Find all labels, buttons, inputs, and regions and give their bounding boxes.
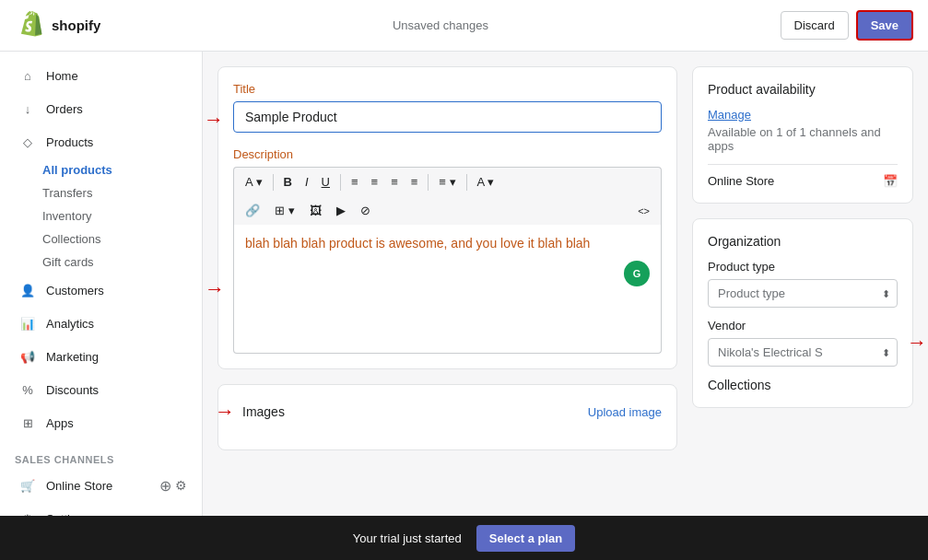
- sidebar: ⌂ Home ↓ Orders ◇ Products All products …: [0, 52, 203, 516]
- images-card-header: → Images Upload image: [233, 400, 662, 424]
- editor-text: blah blah blah product is awesome, and y…: [245, 234, 650, 253]
- right-sidebar: Product availability Manage Available on…: [692, 66, 913, 501]
- customers-icon: 👤: [18, 281, 37, 299]
- sidebar-item-marketing[interactable]: 📢 Marketing: [4, 340, 198, 373]
- toolbar-video-btn[interactable]: ▶: [331, 200, 351, 221]
- products-icon: ◇: [18, 133, 37, 151]
- images-title: Images: [242, 404, 285, 419]
- product-type-select[interactable]: Product type: [708, 279, 898, 308]
- toolbar-divider-3: [428, 174, 429, 191]
- analytics-label: Analytics: [46, 317, 94, 331]
- toolbar-ul-btn[interactable]: ≡: [346, 171, 364, 192]
- sidebar-subitem-collections[interactable]: Collections: [0, 228, 202, 251]
- calendar-icon[interactable]: 📅: [883, 174, 898, 188]
- toolbar-divider-1: [273, 174, 274, 191]
- images-title-area: → Images: [233, 400, 285, 424]
- discard-button[interactable]: Discard: [781, 11, 849, 40]
- toolbar-table-btn[interactable]: ⊞ ▾: [269, 200, 300, 221]
- toolbar-indent-btn[interactable]: ≡: [385, 171, 404, 192]
- images-card: → Images Upload image: [217, 384, 677, 450]
- vendor-select[interactable]: Nikola's Electrical S: [708, 338, 898, 367]
- sales-channel-add-icon[interactable]: ⊕: [159, 477, 171, 495]
- grammarly-area: G: [245, 253, 650, 286]
- sidebar-item-settings[interactable]: ⚙ Settings: [4, 502, 198, 516]
- collections-label: Collections: [708, 378, 898, 392]
- home-icon: ⌂: [18, 66, 37, 85]
- orders-icon: ↓: [18, 99, 37, 118]
- description-label: Description: [233, 147, 662, 161]
- select-plan-button[interactable]: Select a plan: [476, 525, 575, 552]
- organization-card: Organization Product type Product type ⬍…: [692, 218, 913, 408]
- online-store-label: Online Store: [46, 479, 112, 493]
- sales-channels-row: 🛒 Online Store ⊕ ⚙: [0, 469, 202, 502]
- sidebar-item-products[interactable]: ◇ Products: [4, 125, 198, 158]
- vendor-field: Vendor Nikola's Electrical S ⬍ →: [708, 319, 898, 367]
- content-left: Title → Description A ▾ B I U: [217, 66, 677, 501]
- toolbar-color-btn[interactable]: A ▾: [472, 171, 500, 192]
- toolbar-link-btn[interactable]: 🔗: [240, 200, 265, 221]
- product-type-field: Product type Product type ⬍: [708, 260, 898, 308]
- customers-label: Customers: [46, 284, 104, 298]
- avail-text: Available on 1 of 1 channels and apps: [708, 125, 898, 153]
- arrow-to-images: →: [215, 400, 235, 424]
- marketing-icon: 📢: [18, 347, 37, 366]
- arrow-to-title: →: [204, 108, 224, 132]
- description-field-group: Description A ▾ B I U ≡ ≡ ≡ ≡ ≡: [233, 147, 662, 354]
- title-input[interactable]: [233, 101, 662, 133]
- apps-label: Apps: [46, 416, 74, 430]
- toolbar-underline-btn[interactable]: U: [316, 171, 335, 192]
- editor-toolbar-row1: A ▾ B I U ≡ ≡ ≡ ≡ ≡ ▾ A ▾: [233, 167, 662, 196]
- product-details-card: Title → Description A ▾ B I U: [217, 66, 677, 369]
- product-type-label: Product type: [708, 260, 898, 274]
- grammarly-button[interactable]: G: [624, 261, 650, 286]
- marketing-label: Marketing: [46, 350, 99, 364]
- logo-text: shopify: [52, 18, 100, 33]
- trial-bar: Your trial just started Select a plan: [0, 516, 928, 560]
- orders-label: Orders: [46, 102, 83, 116]
- online-store-icon: 🛒: [18, 476, 37, 495]
- main-content: Title → Description A ▾ B I U: [203, 52, 928, 516]
- topbar: shopify Unsaved changes Discard Save: [0, 0, 928, 52]
- sidebar-item-orders[interactable]: ↓ Orders: [4, 92, 198, 125]
- toolbar-italic-btn[interactable]: I: [300, 171, 314, 192]
- editor-toolbar-row2: 🔗 ⊞ ▾ 🖼 ▶ ⊘ <>: [233, 196, 662, 225]
- manage-link[interactable]: Manage: [708, 108, 751, 122]
- sidebar-item-customers[interactable]: 👤 Customers: [4, 274, 198, 307]
- sidebar-subitem-all-products[interactable]: All products: [0, 158, 202, 181]
- discounts-label: Discounts: [46, 383, 99, 397]
- products-label: Products: [46, 135, 93, 149]
- sales-channel-settings-icon[interactable]: ⚙: [175, 478, 187, 493]
- analytics-icon: 📊: [18, 314, 37, 332]
- sidebar-subitem-inventory[interactable]: Inventory: [0, 204, 202, 228]
- toolbar-ol-btn[interactable]: ≡: [366, 171, 384, 192]
- toolbar-block-btn[interactable]: ⊘: [355, 200, 376, 221]
- arrow-right-vendor: →: [907, 331, 927, 355]
- product-type-select-wrap: Product type ⬍: [708, 279, 898, 308]
- unsaved-changes-label: Unsaved changes: [393, 18, 488, 32]
- toolbar-image-btn[interactable]: 🖼: [304, 200, 327, 221]
- sidebar-item-discounts[interactable]: % Discounts: [4, 373, 198, 406]
- sidebar-item-analytics[interactable]: 📊 Analytics: [4, 307, 198, 340]
- topbar-center: Unsaved changes: [115, 18, 765, 32]
- toolbar-code-btn[interactable]: <>: [632, 202, 655, 220]
- toolbar-bold-btn[interactable]: B: [278, 171, 298, 192]
- settings-icon: ⚙: [18, 509, 37, 516]
- sidebar-item-home[interactable]: ⌂ Home: [4, 59, 198, 92]
- sidebar-subitem-transfers[interactable]: Transfers: [0, 181, 202, 204]
- toolbar-divider-2: [340, 174, 341, 191]
- home-label: Home: [46, 69, 78, 83]
- online-store-row-label: Online Store: [708, 174, 774, 188]
- arrow-to-editor: →: [205, 277, 225, 301]
- sales-channels-label: SALES CHANNELS: [0, 447, 202, 469]
- upload-image-link[interactable]: Upload image: [588, 405, 662, 419]
- sidebar-subitem-gift-cards[interactable]: Gift cards: [0, 251, 202, 274]
- editor-content-area[interactable]: blah blah blah product is awesome, and y…: [233, 225, 662, 354]
- title-field-group: Title →: [233, 82, 662, 133]
- toolbar-font-btn[interactable]: A ▾: [240, 171, 268, 192]
- save-button[interactable]: Save: [856, 10, 913, 41]
- sidebar-item-online-store[interactable]: 🛒 Online Store: [18, 472, 156, 498]
- sidebar-item-apps[interactable]: ⊞ Apps: [4, 406, 198, 439]
- apps-icon: ⊞: [18, 414, 37, 432]
- toolbar-align-btn[interactable]: ≡ ▾: [433, 171, 461, 192]
- toolbar-outdent-btn[interactable]: ≡: [405, 171, 424, 192]
